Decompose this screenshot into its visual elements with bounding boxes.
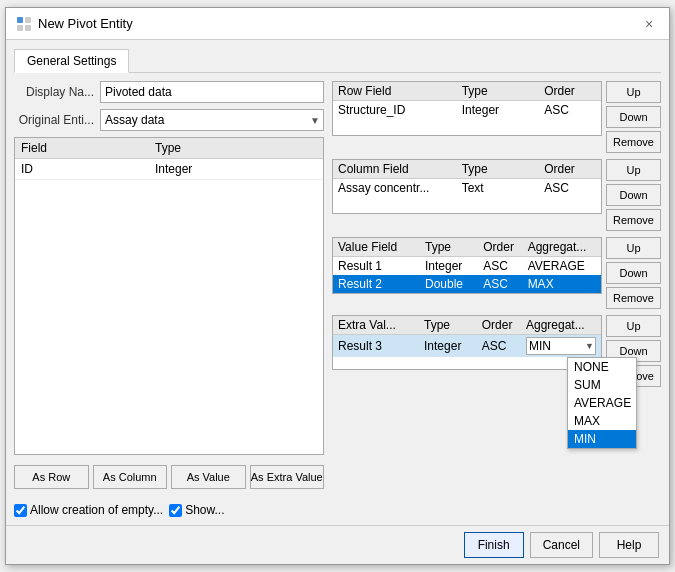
field-cell: ID: [15, 159, 149, 180]
column-field-section: Column Field Type Order Assay concentr..…: [332, 159, 661, 231]
extra-value-section: Extra Val... Type Order Aggregat... Resu…: [332, 315, 661, 387]
val-type-cell-1: Integer: [420, 257, 478, 276]
show-checkbox-label[interactable]: Show...: [169, 503, 224, 517]
row-order-header: Order: [539, 82, 601, 101]
svg-rect-0: [17, 17, 23, 23]
display-name-input[interactable]: [100, 81, 324, 103]
right-panel: Row Field Type Order Structure_ID Intege…: [332, 81, 661, 517]
table-row[interactable]: Result 2 Double ASC MAX: [333, 275, 601, 293]
dropdown-option-average[interactable]: AVERAGE: [568, 394, 636, 412]
extra-field-header: Extra Val...: [333, 316, 419, 335]
allow-empty-label-text: Allow creation of empty...: [30, 503, 163, 517]
col-up-button[interactable]: Up: [606, 159, 661, 181]
val-order-cell-1: ASC: [478, 257, 522, 276]
row-field-buttons: Up Down Remove: [606, 81, 661, 153]
col-order-header: Order: [539, 160, 601, 179]
original-entity-row: Original Enti... Assay data ▼: [14, 109, 324, 131]
table-row[interactable]: Result 3 Integer ASC NONE: [333, 335, 601, 358]
title-bar: New Pivot Entity ×: [6, 8, 669, 40]
table-row[interactable]: ID Integer: [15, 159, 323, 180]
row-down-button[interactable]: Down: [606, 106, 661, 128]
aggregation-select[interactable]: NONE SUM AVERAGE MAX MIN: [526, 337, 596, 355]
original-entity-select[interactable]: Assay data: [100, 109, 324, 131]
cancel-button[interactable]: Cancel: [530, 532, 593, 558]
as-column-button[interactable]: As Column: [93, 465, 168, 489]
display-name-label: Display Na...: [14, 85, 94, 99]
row-field-section: Row Field Type Order Structure_ID Intege…: [332, 81, 661, 153]
row-order-cell: ASC: [539, 101, 601, 120]
row-field-header: Row Field: [333, 82, 457, 101]
pivot-icon: [16, 16, 32, 32]
original-entity-label: Original Enti...: [14, 113, 94, 127]
left-panel: Display Na... Original Enti... Assay dat…: [14, 81, 324, 517]
extra-field-cell-1: Result 3: [333, 335, 419, 358]
field-table: Field Type ID Integer: [14, 137, 324, 455]
help-button[interactable]: Help: [599, 532, 659, 558]
val-field-cell-2: Result 2: [333, 275, 420, 293]
row-field-table: Row Field Type Order Structure_ID Intege…: [332, 81, 602, 136]
val-field-cell-1: Result 1: [333, 257, 420, 276]
show-checkbox[interactable]: [169, 504, 182, 517]
finish-button[interactable]: Finish: [464, 532, 524, 558]
val-remove-button[interactable]: Remove: [606, 287, 661, 309]
col-order-cell: ASC: [539, 179, 601, 198]
table-row[interactable]: Assay concentr... Text ASC: [333, 179, 601, 198]
table-row[interactable]: Result 1 Integer ASC AVERAGE: [333, 257, 601, 276]
dialog-footer: Finish Cancel Help: [6, 525, 669, 564]
title-bar-left: New Pivot Entity: [16, 16, 133, 32]
dropdown-option-min[interactable]: MIN: [568, 430, 636, 448]
dialog-title: New Pivot Entity: [38, 16, 133, 31]
as-row-button[interactable]: As Row: [14, 465, 89, 489]
bottom-area: Allow creation of empty... Show...: [14, 499, 324, 517]
row-type-header: Type: [457, 82, 539, 101]
row-type-cell: Integer: [457, 101, 539, 120]
row-field-cell: Structure_ID: [333, 101, 457, 120]
val-agg-header: Aggregat...: [523, 238, 601, 257]
col-remove-button[interactable]: Remove: [606, 209, 661, 231]
value-field-table: Value Field Type Order Aggregat... Resul…: [332, 237, 602, 294]
display-name-row: Display Na...: [14, 81, 324, 103]
agg-select-wrapper: NONE SUM AVERAGE MAX MIN ▼: [526, 337, 596, 355]
col-type-cell: Text: [457, 179, 539, 198]
tab-bar: General Settings: [14, 48, 661, 73]
col-field-cell: Assay concentr...: [333, 179, 457, 198]
extra-agg-cell-1: NONE SUM AVERAGE MAX MIN ▼: [521, 335, 601, 358]
dropdown-option-sum[interactable]: SUM: [568, 376, 636, 394]
extra-up-button[interactable]: Up: [606, 315, 661, 337]
val-agg-cell-2: MAX: [523, 275, 601, 293]
col-down-button[interactable]: Down: [606, 184, 661, 206]
val-type-header: Type: [420, 238, 478, 257]
val-down-button[interactable]: Down: [606, 262, 661, 284]
col-field-header: Column Field: [333, 160, 457, 179]
type-col-header: Type: [149, 138, 323, 159]
dropdown-option-none[interactable]: NONE: [568, 358, 636, 376]
allow-empty-checkbox[interactable]: [14, 504, 27, 517]
row-remove-button[interactable]: Remove: [606, 131, 661, 153]
show-label-text: Show...: [185, 503, 224, 517]
type-cell: Integer: [149, 159, 323, 180]
row-up-button[interactable]: Up: [606, 81, 661, 103]
allow-empty-checkbox-label[interactable]: Allow creation of empty...: [14, 503, 163, 517]
field-col-header: Field: [15, 138, 149, 159]
extra-order-header: Order: [477, 316, 521, 335]
dialog-body: General Settings Display Na... Original …: [6, 40, 669, 525]
as-extra-value-button[interactable]: As Extra Value: [250, 465, 325, 489]
new-pivot-entity-dialog: New Pivot Entity × General Settings Disp…: [5, 7, 670, 565]
dropdown-option-max[interactable]: MAX: [568, 412, 636, 430]
extra-type-cell-1: Integer: [419, 335, 477, 358]
table-row[interactable]: Structure_ID Integer ASC: [333, 101, 601, 120]
as-value-button[interactable]: As Value: [171, 465, 246, 489]
value-field-buttons: Up Down Remove: [606, 237, 661, 309]
content-area: Display Na... Original Enti... Assay dat…: [14, 81, 661, 517]
extra-order-cell-1: ASC: [477, 335, 521, 358]
extra-agg-header: Aggregat...: [521, 316, 601, 335]
close-button[interactable]: ×: [639, 14, 659, 34]
tab-general-settings[interactable]: General Settings: [14, 49, 129, 73]
extra-value-table: Extra Val... Type Order Aggregat... Resu…: [332, 315, 602, 370]
column-field-buttons: Up Down Remove: [606, 159, 661, 231]
value-field-section: Value Field Type Order Aggregat... Resul…: [332, 237, 661, 309]
aggregation-dropdown-popup: NONE SUM AVERAGE MAX MIN: [567, 357, 637, 449]
action-buttons: As Row As Column As Value As Extra Value: [14, 465, 324, 489]
val-order-header: Order: [478, 238, 522, 257]
val-up-button[interactable]: Up: [606, 237, 661, 259]
